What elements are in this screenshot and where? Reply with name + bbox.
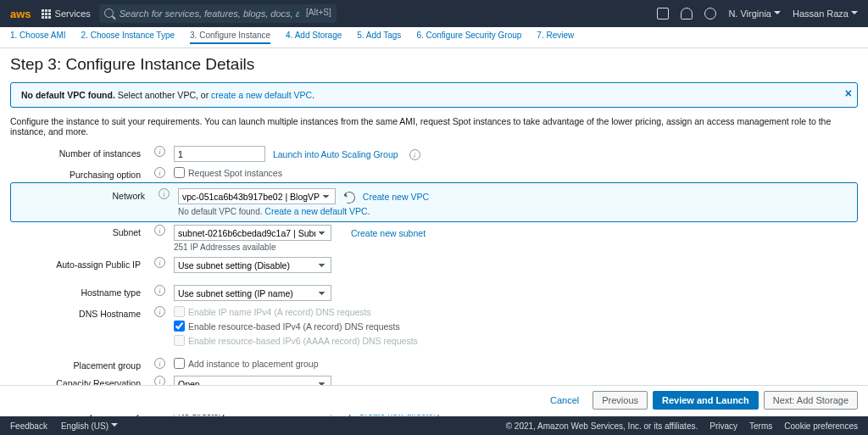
review-launch-button[interactable]: Review and Launch [653,391,759,410]
footer: Feedback English (US) © 2021, Amazon Web… [0,416,868,435]
label-subnet: Subnet [10,225,146,237]
network-select[interactable]: vpc-051ca6b43b917be02 | BlogVPC [178,188,336,204]
help-icon[interactable] [704,8,716,20]
alert-link[interactable]: create a new default VPC [211,90,312,100]
create-subnet-link[interactable]: Create new subnet [351,228,426,238]
create-default-vpc-link[interactable]: Create a new default VPC [264,206,367,216]
row-hostname: Hostname type i Use subnet setting (IP n… [10,282,858,304]
dns-chk3 [174,335,185,346]
step-1[interactable]: 1. Choose AMI [10,31,66,44]
label-dns: DNS Hostname [10,306,146,319]
label-network: Network [14,188,150,201]
top-nav: aws Services [Alt+S] N. Virginia Hassan … [0,0,868,27]
language-selector[interactable]: English (US) [61,421,118,431]
create-vpc-link[interactable]: Create new VPC [363,192,429,202]
main: Step 3: Configure Instance Details No de… [0,48,868,435]
feedback-link[interactable]: Feedback [10,421,47,431]
step-2[interactable]: 2. Choose Instance Type [81,31,175,44]
spot-checkbox[interactable] [174,167,185,178]
vpc-alert: No default VPC found. Select another VPC… [10,82,858,108]
services-label: Services [55,8,91,19]
step-7[interactable]: 7. Review [537,31,574,44]
action-bar: Cancel Previous Review and Launch Next: … [0,385,868,415]
label-placement: Placement group [10,358,146,371]
step-5[interactable]: 5. Add Tags [357,31,401,44]
nav-right: N. Virginia Hassan Raza [657,8,858,20]
label-hostname: Hostname type [10,285,146,298]
search-shortcut: [Alt+S] [306,8,331,17]
bell-icon[interactable] [681,8,693,20]
dns-chk3-label: Enable resource-based IPv6 (AAAA record)… [174,335,858,346]
label-instances: Number of instances [10,146,146,159]
refresh-icon[interactable] [342,190,357,205]
cloudshell-icon[interactable] [657,8,669,20]
hostname-select[interactable]: Use subnet setting (IP name) [174,285,331,301]
info-icon[interactable]: i [154,306,165,317]
step-6[interactable]: 6. Configure Security Group [416,31,521,44]
search-icon [104,8,114,18]
autoscaling-link[interactable]: Launch into Auto Scaling Group [273,149,398,159]
cancel-button[interactable]: Cancel [542,391,587,410]
row-subnet: Subnet i subnet-0216b6cbedad9c1a7 | Subn… [10,222,858,254]
alert-bold: No default VPC found. [21,90,115,100]
instances-input[interactable] [174,146,265,162]
info-icon[interactable]: i [154,285,165,296]
dns-chk2-label[interactable]: Enable resource-based IPv4 (A record) DN… [174,321,858,332]
info-icon[interactable]: i [154,358,165,369]
info-icon[interactable]: i [154,257,165,268]
copyright: © 2021, Amazon Web Services, Inc. or its… [506,421,698,431]
step-4[interactable]: 4. Add Storage [286,31,342,44]
row-placement: Placement group i Add instance to placem… [10,355,858,373]
row-autoip: Auto-assign Public IP i Use subnet setti… [10,254,858,276]
row-purchasing: Purchasing option i Request Spot instanc… [10,165,858,182]
spot-checkbox-label[interactable]: Request Spot instances [174,167,858,178]
row-network: Network i vpc-051ca6b43b917be02 | BlogVP… [10,182,858,222]
next-button[interactable]: Next: Add Storage [764,391,858,410]
subnet-available: 251 IP Addresses available [174,243,858,252]
wizard-steps: 1. Choose AMI 2. Choose Instance Type 3.… [0,27,868,48]
dns-chk2[interactable] [174,321,185,332]
info-icon[interactable]: i [409,149,420,160]
dns-chk1-label: Enable IP name IPv4 (A record) DNS reque… [174,306,858,317]
cookie-link[interactable]: Cookie preferences [784,421,858,431]
subnet-select[interactable]: subnet-0216b6cbedad9c1a7 | SubnetA | us-… [174,225,331,241]
step-3[interactable]: 3. Configure Instance [190,31,270,44]
page-title: Step 3: Configure Instance Details [10,55,858,74]
privacy-link[interactable]: Privacy [709,421,737,431]
region-selector[interactable]: N. Virginia [728,8,781,19]
user-menu[interactable]: Hassan Raza [793,8,858,19]
info-icon[interactable]: i [154,167,165,178]
label-purchasing: Purchasing option [10,167,146,180]
info-icon[interactable]: i [159,188,170,199]
row-dns: DNS Hostname i Enable IP name IPv4 (A re… [10,304,858,349]
search-wrap: [Alt+S] [99,4,337,23]
autoip-select[interactable]: Use subnet setting (Disable) [174,257,331,273]
info-icon[interactable]: i [154,146,165,157]
close-icon[interactable]: × [845,86,852,100]
placement-chk[interactable] [174,358,185,369]
label-autoip: Auto-assign Public IP [10,257,146,270]
info-icon[interactable]: i [154,225,165,236]
terms-link[interactable]: Terms [749,421,772,431]
placement-chk-label[interactable]: Add instance to placement group [174,358,858,369]
dns-chk1 [174,306,185,317]
previous-button[interactable]: Previous [593,391,648,410]
services-button[interactable]: Services [42,8,91,19]
alert-text: Select another VPC, or [115,90,211,100]
grid-icon [42,9,51,19]
row-instances: Number of instances i Launch into Auto S… [10,143,858,165]
aws-logo[interactable]: aws [10,8,31,20]
intro-text: Configure the instance to suit your requ… [10,116,858,137]
search-input[interactable] [99,4,337,23]
